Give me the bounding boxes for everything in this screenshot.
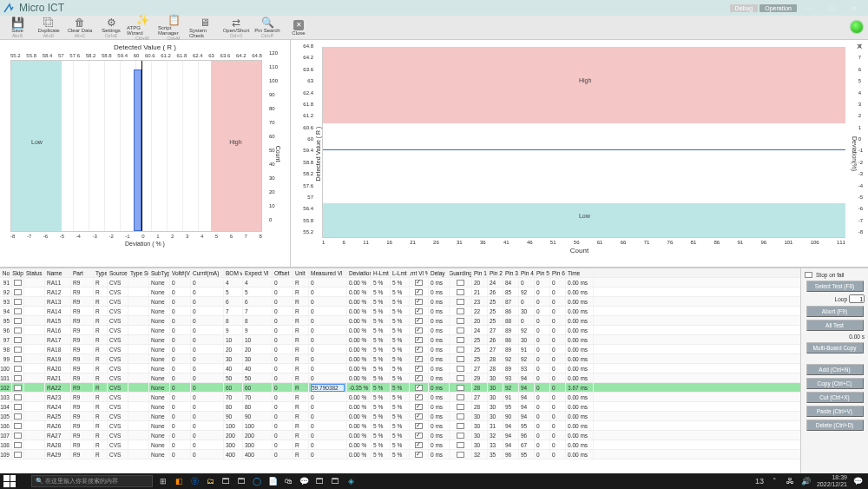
lmt-checkbox[interactable] (415, 452, 423, 458)
table-row[interactable]: 107RA27R9RCVSNone002002000R00.00 %5 %5 %… (0, 431, 800, 440)
skip-checkbox[interactable] (14, 452, 22, 458)
lmt-checkbox[interactable] (415, 289, 423, 295)
lmt-checkbox[interactable] (415, 423, 423, 429)
volume-icon[interactable]: 🔊 (801, 476, 812, 486)
stop-on-fail-checkbox[interactable] (805, 272, 812, 278)
app-icon-4[interactable]: ◯ (252, 476, 262, 486)
lmt-checkbox[interactable] (415, 394, 423, 400)
close-window-button[interactable]: ✕ (844, 2, 865, 14)
explorer-icon[interactable]: 🗂 (205, 476, 215, 486)
table-row[interactable]: 98RA18R9RCVSNone0020200R00.00 %5 %5 %0 m… (0, 345, 800, 354)
lmt-checkbox[interactable] (415, 299, 423, 305)
table-row[interactable]: 106RA26R9RCVSNone001001000R00.00 %5 %5 %… (0, 421, 800, 431)
col-header[interactable]: Guarding (450, 268, 472, 277)
lmt-checkbox[interactable] (415, 375, 423, 381)
guarding-checkbox[interactable] (457, 423, 464, 429)
col-header[interactable]: Deviation (347, 268, 372, 277)
lmt-checkbox[interactable] (415, 327, 423, 334)
col-header[interactable]: Delay (429, 268, 450, 277)
skip-checkbox[interactable] (14, 337, 22, 343)
abort-button[interactable]: Abort (F9) (806, 306, 864, 317)
guarding-checkbox[interactable] (457, 385, 464, 391)
col-header[interactable]: Pin 1 (472, 268, 488, 277)
table-row[interactable]: 109RA29R9RCVSNone004004000R00.00 %5 %5 %… (0, 450, 800, 459)
edge-icon[interactable]: ⓔ (189, 476, 200, 486)
toolbar-save-button[interactable]: 💾SaveAlt+S (2, 17, 33, 39)
tray-badge[interactable]: 13 (754, 476, 765, 486)
table-row[interactable]: 104RA24R9RCVSNone0080800R00.00 %5 %5 %0 … (0, 402, 800, 412)
toolbar-clear-data-button[interactable]: 🗑Clear DataAlt+C (64, 17, 95, 39)
add-button[interactable]: Add (Ctrl+N) (806, 364, 864, 375)
lmt-checkbox[interactable] (415, 413, 423, 420)
table-row[interactable]: 105RA25R9RCVSNone0090900R00.00 %5 %5 %0 … (0, 412, 800, 421)
skip-checkbox[interactable] (14, 413, 22, 420)
task-view-icon[interactable]: ⊞ (158, 476, 168, 486)
select-test-button[interactable]: Select Test (F8) (806, 281, 864, 292)
guarding-checkbox[interactable] (457, 433, 464, 439)
table-row[interactable]: 92RA12R9RCVSNone00550R00.00 %5 %5 %0 ms2… (0, 287, 800, 297)
skip-checkbox[interactable] (14, 289, 22, 295)
skip-checkbox[interactable] (14, 318, 22, 324)
toolbar-close-button[interactable]: ✕Close (283, 17, 314, 39)
results-grid[interactable]: NoSkipStatusNamePartTypeSourceType SubSu… (0, 268, 800, 473)
table-row[interactable]: 91RA11R9RCVSNone00440R00.00 %5 %5 %0 ms2… (0, 278, 800, 287)
col-header[interactable]: Name (45, 268, 71, 277)
toolbar-script-manager-button[interactable]: 📋Script ManagerCtrl+M (158, 17, 189, 39)
lmt-checkbox[interactable] (415, 442, 423, 448)
skip-checkbox[interactable] (14, 356, 22, 362)
col-header[interactable]: Pin 5 (535, 268, 550, 277)
guarding-checkbox[interactable] (457, 289, 464, 295)
paste-button[interactable]: Paste (Ctrl+V) (806, 406, 864, 417)
toolbar-duplicate-button[interactable]: ⿻DuplicateAlt+D (33, 17, 64, 39)
skip-checkbox[interactable] (14, 375, 22, 381)
table-row[interactable]: 108RA28R9RCVSNone003003000R00.00 %5 %5 %… (0, 440, 800, 450)
loop-input[interactable] (849, 294, 865, 303)
lmt-checkbox[interactable] (415, 337, 423, 343)
lmt-checkbox[interactable] (415, 318, 423, 324)
col-header[interactable]: Skip (12, 268, 24, 277)
table-row[interactable]: 93RA13R9RCVSNone00660R00.00 %5 %5 %0 ms2… (0, 297, 800, 307)
table-row[interactable]: 96RA16R9RCVSNone00990R00.00 %5 %5 %0 ms2… (0, 326, 800, 335)
guarding-checkbox[interactable] (457, 366, 464, 372)
col-header[interactable]: Type (94, 268, 108, 277)
notifications-icon[interactable]: 💬 (852, 476, 863, 486)
col-header[interactable]: BOM vl (224, 268, 243, 277)
col-header[interactable]: Pin 2 (488, 268, 503, 277)
network-icon[interactable]: 🖧 (786, 476, 796, 486)
col-header[interactable]: H-Lmt (372, 268, 391, 277)
skip-checkbox[interactable] (14, 404, 22, 410)
col-header[interactable]: L-Lmt (391, 268, 410, 277)
app-icon-5[interactable]: 📄 (267, 476, 278, 486)
guarding-checkbox[interactable] (457, 404, 464, 410)
col-header[interactable]: Unit (293, 268, 309, 277)
table-row[interactable]: 103RA23R9RCVSNone0070700R00.00 %5 %5 %0 … (0, 393, 800, 402)
guarding-checkbox[interactable] (457, 356, 464, 362)
skip-checkbox[interactable] (14, 280, 22, 286)
toolbar-settings-button[interactable]: ⚙SettingsCtrl+E (95, 17, 127, 39)
app-icon-9[interactable]: ◈ (345, 476, 356, 486)
guarding-checkbox[interactable] (457, 299, 464, 305)
lmt-checkbox[interactable] (415, 356, 423, 362)
table-row[interactable]: 94RA14R9RCVSNone00770R00.00 %5 %5 %0 ms2… (0, 307, 800, 316)
col-header[interactable]: Pin 3 (503, 268, 519, 277)
guarding-checkbox[interactable] (457, 442, 464, 448)
app-icon-1[interactable]: ◧ (174, 476, 184, 486)
toolbar-open-short-button[interactable]: ⇄Open/ShortCtrl+O (220, 17, 252, 39)
skip-checkbox[interactable] (14, 308, 22, 314)
col-header[interactable]: No (0, 268, 12, 277)
lmt-checkbox[interactable] (415, 308, 423, 314)
app-icon-2[interactable]: 🗔 (220, 476, 231, 486)
delete-button[interactable]: Delete (Ctrl+D) (806, 420, 864, 431)
toolbar-atpg-wizard-button[interactable]: ✨ATPG WizardCtrl+W (127, 17, 158, 39)
lmt-checkbox[interactable] (415, 347, 423, 353)
maximize-button[interactable]: ☐ (821, 2, 842, 14)
col-header[interactable]: Offset (273, 268, 293, 277)
lmt-checkbox[interactable] (415, 404, 423, 410)
app-icon-6[interactable]: 🛍 (283, 476, 293, 486)
all-test-button[interactable]: All Test (806, 320, 864, 331)
taskbar-search[interactable]: 🔍 在这里输入你要搜索的内容 (31, 475, 153, 487)
col-header[interactable]: Volt#(V) (170, 268, 191, 277)
col-header[interactable]: Curr#(mA) (191, 268, 224, 277)
cut-button[interactable]: Cut (Ctrl+X) (806, 392, 864, 403)
col-header[interactable]: Pin 4 (519, 268, 535, 277)
